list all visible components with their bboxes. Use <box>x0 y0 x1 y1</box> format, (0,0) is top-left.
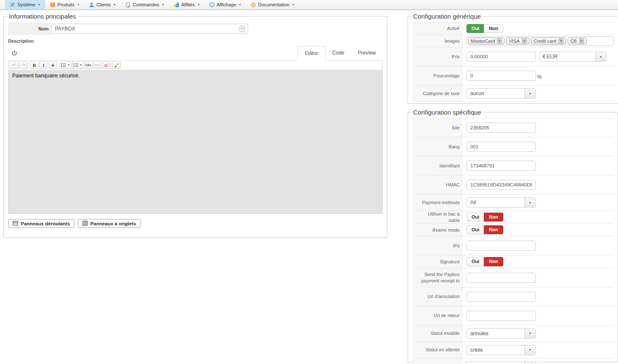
description-editor: EditorCodePreview ↶↷BIS▼▼ Paiement banqu… <box>8 44 383 214</box>
select-value: € EUR <box>539 52 595 61</box>
tag-remove-credit-card[interactable]: × <box>558 38 563 44</box>
tab-editor[interactable]: Editor <box>298 46 325 60</box>
tag-label: Credit card <box>534 38 557 44</box>
display-icon <box>209 2 215 8</box>
chevron-down-icon: ▼ <box>599 55 602 58</box>
unlink-icon[interactable] <box>94 61 102 69</box>
chevron-down-icon: ▼ <box>67 64 70 66</box>
editor-frame: ↶↷BIS▼▼ Paiement banquaire sécurisé. <box>8 60 383 214</box>
button-label: Panneaux à onglets <box>90 221 136 226</box>
signature-oui-button[interactable]: Oui <box>466 257 484 266</box>
iframe-mode-toggle: OuiNon <box>466 225 503 234</box>
config-row-statut-verifie: Statut vérifiéconfirmée▼ <box>412 359 613 364</box>
config-row-statut-invalide: Statut invalideannulée▼ <box>412 326 613 342</box>
menu-item-label: Commandes <box>133 2 159 7</box>
menu-item-systeme[interactable]: Système▼ <box>5 0 45 9</box>
bold-icon[interactable]: B <box>30 61 39 69</box>
unordered-list-icon[interactable]: ▼ <box>72 61 83 69</box>
menu-item-affichage[interactable]: Affichage▼ <box>204 0 246 9</box>
iframe-mode-oui-button[interactable]: Oui <box>466 225 484 234</box>
payment-methods-select[interactable]: All▼ <box>466 197 536 208</box>
send-the-paybox-payment-receipt-to-label: Send the Paybox payment receipt to <box>412 268 463 287</box>
utiliser-le-bac-a-sable-oui-button[interactable]: Oui <box>466 213 484 222</box>
tab-preview[interactable]: Preview <box>351 46 383 60</box>
italic-icon[interactable]: I <box>39 61 48 69</box>
config-row-url-de-retour: Url de retour <box>412 307 613 326</box>
statut-en-attente-select[interactable]: créée▼ <box>466 345 536 355</box>
user-icon <box>89 2 94 8</box>
menu-item-commandes[interactable]: Commandes▼ <box>121 0 169 9</box>
utiliser-le-bac-a-sable-non-button[interactable]: Non <box>484 213 503 222</box>
chevron-down-icon: ▼ <box>197 3 200 6</box>
signature-non-button[interactable]: Non <box>484 257 503 266</box>
clean-icon[interactable] <box>112 61 121 69</box>
statut-verifie-select[interactable]: confirmée▼ <box>466 361 536 364</box>
nom-input[interactable] <box>51 24 248 34</box>
prix-currency-select[interactable]: € EUR▼ <box>539 52 607 62</box>
site-input[interactable] <box>466 123 536 133</box>
tools-icon <box>10 2 15 8</box>
rang-label: Rang <box>412 137 463 156</box>
images-tags-input[interactable]: MasterCard×VISA×Credit card×CB× <box>466 36 614 46</box>
select-caret-button[interactable]: ▼ <box>524 329 535 338</box>
description-editor-content[interactable]: Paiement banquaire sécurisé. <box>8 70 382 213</box>
input-addon-icon[interactable]: + <box>240 26 245 32</box>
chevron-down-icon: ▼ <box>113 3 116 6</box>
url-de-retour-label: Url de retour <box>412 307 463 325</box>
identifiant-input[interactable] <box>466 161 536 171</box>
tag-remove-cb[interactable]: × <box>579 38 584 44</box>
send-the-paybox-payment-receipt-to-input[interactable] <box>466 273 536 283</box>
strikethrough-icon[interactable]: S <box>49 61 57 69</box>
chevron-down-icon: ▼ <box>529 332 532 335</box>
active-non-button[interactable]: Non <box>484 24 503 33</box>
chevron-down-icon: ▼ <box>292 3 295 6</box>
link-icon[interactable] <box>84 61 93 69</box>
panneaux-a-onglets-button[interactable]: Panneaux à onglets <box>78 219 141 228</box>
statut-verifie-label: Statut vérifié <box>412 359 463 364</box>
pourcentage-input[interactable] <box>466 71 536 81</box>
tab-code[interactable]: Code <box>326 46 351 60</box>
config-row-iframe-mode: iFrame modeOuiNon <box>412 224 613 236</box>
ips-input[interactable] <box>466 241 536 251</box>
active-toggle: OuiNon <box>466 24 503 33</box>
select-value: créée <box>467 345 524 355</box>
menu-item-affilies[interactable]: Affiliés▼ <box>169 0 204 9</box>
menu-item-label: Affichage <box>217 2 236 7</box>
redo-icon[interactable]: ↷ <box>19 61 28 69</box>
select-caret-button[interactable]: ▼ <box>524 89 535 98</box>
active-oui-button[interactable]: Oui <box>466 24 484 33</box>
menu-item-clients[interactable]: Clients▼ <box>84 0 121 9</box>
select-caret-button[interactable]: ▼ <box>524 345 535 355</box>
rang-input[interactable] <box>466 142 536 152</box>
select-caret-button[interactable]: ▼ <box>524 198 535 207</box>
url-d-annulation-input[interactable] <box>466 292 536 302</box>
affiliates-icon <box>174 2 179 8</box>
statut-invalide-select[interactable]: annulée▼ <box>466 328 536 339</box>
ordered-list-icon[interactable]: ▼ <box>60 61 71 69</box>
categorie-de-taxe-select[interactable]: aucun▼ <box>466 88 536 99</box>
eraser-icon[interactable] <box>103 61 111 69</box>
menu-item-produits[interactable]: Produits▼ <box>45 0 84 9</box>
chevron-down-icon: ▼ <box>162 3 164 6</box>
nom-label: Nom <box>8 22 51 35</box>
menu-item-documentation[interactable]: Documentation▼ <box>246 0 299 9</box>
config-row-categorie-de-taxe: Catégorie de taxeaucun▼ <box>412 85 614 102</box>
hmac-input[interactable] <box>466 180 536 190</box>
menu-item-label: Système <box>17 2 36 7</box>
select-caret-button[interactable]: ▼ <box>524 362 535 364</box>
select-caret-button[interactable]: ▼ <box>595 52 606 61</box>
utiliser-le-bac-a-sable-toggle: OuiNon <box>466 213 503 222</box>
iframe-mode-non-button[interactable]: Non <box>484 225 503 234</box>
chevron-down-icon: ▼ <box>529 201 532 204</box>
config-row-identifiant: Identifiant <box>412 156 613 175</box>
undo-icon[interactable]: ↶ <box>10 61 18 69</box>
site-label: Site <box>412 118 463 137</box>
signature-toggle: OuiNon <box>466 257 503 266</box>
config-row-site: Site <box>412 118 613 137</box>
power-icon[interactable] <box>11 50 17 56</box>
panneaux-deroulants-button[interactable]: Panneaux déroulants <box>8 219 74 228</box>
tag-remove-mastercard[interactable]: × <box>497 38 502 44</box>
url-de-retour-input[interactable] <box>466 311 536 321</box>
prix-input[interactable] <box>466 52 536 62</box>
tag-remove-visa[interactable]: × <box>522 38 527 44</box>
